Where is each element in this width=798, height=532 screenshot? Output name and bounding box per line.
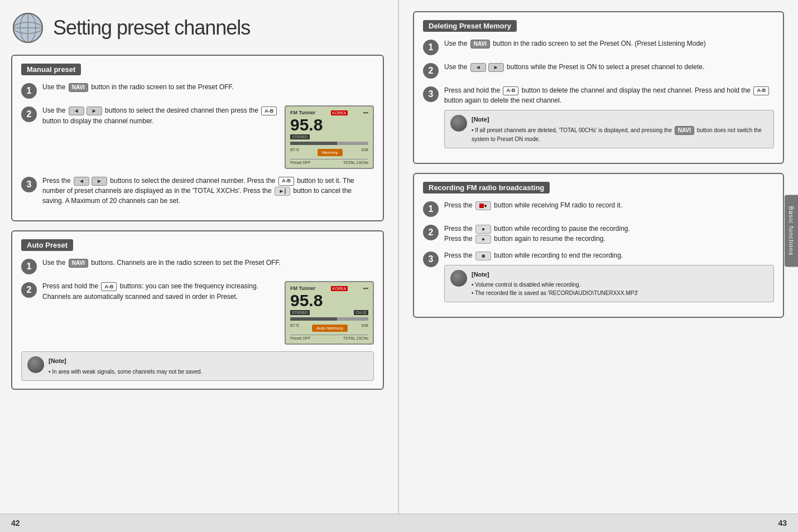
fm-bar-2 (290, 317, 368, 321)
step-2-text: Use the ◄► buttons to select the desired… (42, 105, 279, 127)
next-btn-2: ► (86, 107, 102, 115)
prev-btn-3: ◄ (74, 177, 89, 186)
manual-step-1: 1 Use the NAVI button in the radio scree… (21, 82, 374, 99)
auto-step-1: 1 Use the NAVI buttons. Channels are in … (21, 258, 374, 274)
note-icon-del (450, 115, 467, 132)
rec-btn-1: ● (475, 201, 491, 210)
navi-btn-note: NAVI (675, 126, 694, 135)
manual-step-3: 3 Press the ◄► buttons to select the des… (21, 176, 374, 206)
fm-stereo-row-2: STEREO CH 02 (290, 310, 368, 315)
globe-icon (11, 11, 45, 45)
fm-status-1: Preset OFF TOTAL 13CHs (290, 159, 368, 165)
fm-range-1: 87.5 Memory 108 (290, 147, 368, 158)
side-tab: Basic functions (785, 195, 798, 267)
prev-btn-2: ◄ (69, 107, 84, 115)
page-title: Setting preset channels (53, 16, 250, 40)
manual-preset-title: Manual preset (21, 64, 81, 75)
delete-step-1: 1 Use the NAVI button in the radio scree… (423, 38, 774, 55)
recording-fm-title: Recording FM radio broadcasting (423, 182, 550, 194)
delete-step-3-content: Press and hold the A-B button to delete … (444, 85, 774, 148)
note-icon-rec (450, 270, 467, 287)
auto-preset-title: Auto Preset (21, 239, 73, 251)
prev-btn-del-2: ◄ (470, 63, 486, 72)
fm-freq-1: 95.8 (290, 117, 368, 133)
navi-btn-auto-1: NAVI (69, 259, 88, 268)
auto-preset-section: Auto Preset 1 Use the NAVI buttons. Chan… (11, 230, 384, 390)
ab-btn-3: A-B (278, 177, 294, 186)
fm-range-2: 87.5 Auto Memory 108 (290, 323, 368, 333)
fm-range-min-2: 87.5 (290, 323, 299, 333)
record-step-num-2: 2 (423, 225, 439, 240)
rec-note-title: [Note] (472, 270, 638, 279)
fm-display-1: FM Tunner KOREA ▪▪▪ 95.8 STEREO 87.5 Mem… (285, 105, 374, 169)
fm-range-max-1: 108 (361, 147, 368, 158)
fm-ch-2: CH 02 (354, 310, 368, 315)
manual-step-2: 2 Use the ◄► buttons to select the desir… (21, 105, 374, 169)
auto-note-content: [Note] • In area with weak signals, some… (49, 356, 202, 376)
record-step-3: 3 Press the ■ button while recording to … (423, 250, 774, 303)
auto-step-2-content: Press and hold the A-B buttons: you can … (42, 281, 374, 345)
step-number-3: 3 (21, 177, 37, 192)
fm-range-max-2: 108 (361, 323, 368, 333)
delete-step-num-1: 1 (423, 40, 439, 55)
fm-korea-2: KOREA (331, 286, 348, 291)
auto-note-title: [Note] (49, 356, 202, 366)
auto-note-text: • In area with weak signals, some channe… (49, 367, 202, 376)
record-step-1-content: Press the ● button while receiving FM ra… (444, 200, 774, 210)
auto-step-number-1: 1 (21, 259, 37, 274)
page-number-left: 42 (11, 519, 20, 528)
main-container: Setting preset channels Manual preset 1 … (0, 0, 798, 514)
rec-note-line2: • The recorded file is saved as 'RECORD\… (472, 289, 638, 297)
record-step-2-line1: Press the ● button while recording to pa… (444, 224, 774, 234)
deleting-preset-section: Deleting Preset Memory 1 Use the NAVI bu… (413, 11, 784, 164)
step-2-content: Use the ◄► buttons to select the desired… (42, 105, 374, 169)
fm-battery-2: ▪▪▪ (363, 286, 368, 291)
stop-btn-3: ■ (475, 252, 491, 260)
fm-memory-btn-1: Memory (318, 149, 343, 156)
auto-step-2-text: Press and hold the A-B buttons: you can … (42, 281, 279, 302)
delete-step-num-3: 3 (423, 86, 439, 102)
record-note: [Note] • Volume control is disabled whil… (444, 265, 774, 303)
record-step-2-content: Press the ● button while recording to pa… (444, 224, 774, 244)
rec-note-line1: • Volume control is disabled while recor… (472, 280, 638, 289)
fm-korea-1: KOREA (331, 110, 348, 115)
rec-btn-2b: ● (475, 235, 491, 244)
record-step-num-1: 1 (423, 201, 439, 217)
cancel-btn-3: ►| (275, 187, 290, 196)
rec-note-content: [Note] • Volume control is disabled whil… (472, 270, 638, 298)
step-number-2: 2 (21, 107, 37, 122)
record-step-3-content: Press the ■ button while recording to en… (444, 250, 774, 303)
ab-btn-auto-2: A-B (101, 282, 117, 291)
step-number-1: 1 (21, 83, 37, 99)
fm-stereo-1: STEREO (290, 134, 310, 139)
delete-step-1-content: Use the NAVI button in the radio screen … (444, 38, 774, 49)
delete-step-num-2: 2 (423, 63, 439, 79)
ab-btn-2: A-B (261, 107, 277, 115)
navi-btn-1: NAVI (69, 83, 88, 92)
fm-range-min-1: 87.5 (290, 147, 299, 158)
fm-freq-2: 95.8 (290, 292, 368, 309)
fm-battery-1: ▪▪▪ (363, 110, 368, 115)
del-note-text: • If all preset channels are deleted, 'T… (472, 126, 768, 143)
record-step-num-3: 3 (423, 252, 439, 267)
page-footer: 42 43 (0, 514, 798, 532)
right-panel: Deleting Preset Memory 1 Use the NAVI bu… (399, 0, 798, 514)
fm-tunner-label-2: FM Tunner (290, 286, 315, 291)
page-header: Setting preset channels (11, 11, 384, 45)
recording-fm-section: Recording FM radio broadcasting 1 Press … (413, 173, 784, 318)
fm-status-left-1: Preset OFF (290, 161, 310, 165)
auto-step-1-content: Use the NAVI buttons. Channels are in th… (42, 258, 374, 268)
auto-step-2: 2 Press and hold the A-B buttons: you ca… (21, 281, 374, 345)
auto-step-number-2: 2 (21, 282, 37, 298)
delete-step-2-content: Use the ◄► buttons while the Preset is O… (444, 62, 774, 72)
fm-status-right-2: TOTAL 13CHs (343, 336, 368, 340)
step-1-content: Use the NAVI button in the radio screen … (42, 82, 374, 92)
navi-btn-del-1: NAVI (470, 40, 490, 49)
ab-btn-del-3: A-B (503, 86, 518, 95)
del-note-title: [Note] (472, 115, 768, 124)
fm-stereo-row-1: STEREO (290, 134, 368, 139)
fm-status-2: Preset OFF TOTAL 13CHs (290, 335, 368, 340)
manual-preset-section: Manual preset 1 Use the NAVI button in t… (11, 55, 384, 221)
next-btn-del-2: ► (488, 63, 504, 72)
fm-stereo-2: STEREO (290, 310, 310, 315)
